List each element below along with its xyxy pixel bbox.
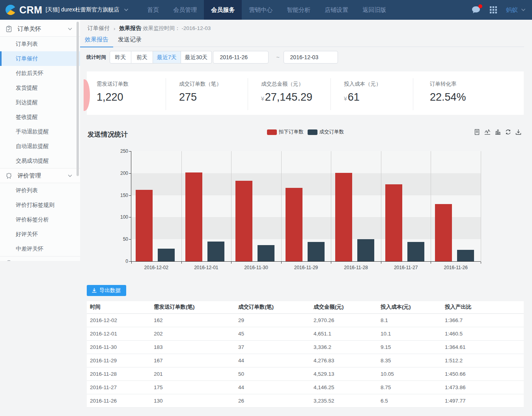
sidebar-item-2-2[interactable]: 评价打标签规则 — [0, 198, 80, 212]
breadcrumb-parent[interactable]: 订单催付 — [88, 25, 110, 32]
range-button-1[interactable]: 昨天 — [110, 51, 131, 64]
bar-chart-icon[interactable] — [495, 129, 501, 135]
table-row[interactable]: 2016-12-01202454,651.110.11:460.5 — [87, 327, 524, 340]
breadcrumb-current: 效果报告 — [119, 25, 141, 32]
currency-symbol: ¥ — [344, 96, 347, 102]
table-header-cell: 成交金额(元) — [310, 301, 377, 313]
bar-series1-2016-11-26[interactable] — [435, 204, 452, 261]
range-button-2[interactable]: 前天 — [131, 51, 153, 64]
sidebar-item-1-5[interactable]: 到达提醒 — [0, 95, 80, 110]
bar-series2-2016-11-29[interactable] — [308, 242, 325, 261]
restore-icon[interactable] — [505, 129, 511, 135]
x-axis-label: 2016-11-27 — [381, 265, 431, 270]
bar-series1-2016-11-27[interactable] — [385, 184, 402, 261]
bar-series1-2016-12-01[interactable] — [185, 172, 202, 261]
table-header-cell: 投入成本(元) — [377, 301, 442, 313]
nav-item-2[interactable]: 会员管理 — [166, 0, 204, 20]
sidebar-item-1-9[interactable]: 交易成功提醒 — [0, 154, 80, 168]
table-cell: 1:366.7 — [442, 313, 524, 327]
main-nav: 首页会员管理会员服务营销中心智能分析店铺设置返回旧版 — [140, 0, 393, 20]
grid-vline — [231, 151, 231, 261]
sidebar-item-2-4[interactable]: 好评关怀 — [0, 227, 80, 242]
bar-series2-2016-11-26[interactable] — [457, 250, 474, 261]
save-image-icon[interactable] — [515, 129, 521, 135]
nav-item-1[interactable]: 首页 — [140, 0, 166, 20]
table-cell: 2016-11-26 — [87, 394, 151, 407]
nav-item-5[interactable]: 智能分析 — [280, 0, 317, 20]
nav-item-3[interactable]: 会员服务 — [204, 0, 242, 20]
range-button-3[interactable]: 最近7天 — [153, 51, 181, 64]
sidebar-item-1-7[interactable]: 手动退款提醒 — [0, 124, 80, 139]
bar-series1-2016-11-28[interactable] — [335, 173, 352, 261]
sidebar-item-2-3[interactable]: 评价标签分析 — [0, 212, 80, 227]
sidebar-item-1-8[interactable]: 自动退款提醒 — [0, 139, 80, 154]
sidebar-item-1-2[interactable]: 订单催付 — [0, 51, 80, 66]
table-cell: 167 — [151, 354, 235, 367]
table-row[interactable]: 2016-11-30183373,336.29.151:364.61 — [87, 340, 524, 354]
tab-2[interactable]: 发送记录 — [113, 34, 146, 47]
table-cell: 2016-12-02 — [87, 313, 151, 327]
nav-item-4[interactable]: 营销中心 — [242, 0, 280, 20]
bar-series2-2016-12-01[interactable] — [207, 242, 224, 261]
data-view-icon[interactable] — [474, 129, 480, 135]
grid-band — [131, 239, 481, 261]
messages-button[interactable] — [472, 6, 480, 14]
grid-vline — [331, 151, 331, 261]
nav-item-6[interactable]: 店铺设置 — [317, 0, 355, 20]
y-axis-label: 150 — [112, 193, 128, 198]
bar-series2-2016-11-28[interactable] — [357, 239, 374, 261]
table-cell: 2016-11-27 — [87, 380, 151, 394]
legend-item-2[interactable]: 成交订单数 — [308, 129, 344, 135]
sidebar-item-1-1[interactable]: 订单列表 — [0, 37, 80, 51]
sidebar-group-stub — [0, 256, 80, 261]
start-date-input[interactable]: 2016-11-26 — [213, 51, 269, 64]
sidebar-item-1-6[interactable]: 签收提醒 — [0, 110, 80, 124]
user-menu[interactable]: 蚂蚁 — [506, 6, 526, 14]
table-row[interactable]: 2016-11-27175444,146.258.751:473.86 — [87, 380, 524, 394]
table-row[interactable]: 2016-11-29167444,276.838.351:512.2 — [87, 354, 524, 367]
export-data-button[interactable]: 导出数据 — [87, 285, 126, 296]
sidebar-item-1-4[interactable]: 发货提醒 — [0, 81, 80, 95]
x-axis-label: 2016-11-30 — [231, 265, 281, 270]
y-axis — [131, 151, 131, 262]
grid-band — [131, 195, 481, 217]
bar-series1-2016-11-30[interactable] — [235, 181, 252, 261]
y-axis-tick — [129, 151, 131, 152]
table-cell: 183 — [151, 340, 235, 354]
table-row[interactable]: 2016-12-02162292,970.268.11:366.7 — [87, 313, 524, 327]
sidebar-menu: 订单关怀订单列表订单催付付款后关怀发货提醒到达提醒签收提醒手动退款提醒自动退款提… — [0, 20, 80, 261]
bar-series1-2016-12-02[interactable] — [136, 190, 153, 261]
date-range-group: 昨天前天最近7天最近30天 — [110, 51, 212, 64]
bar-series2-2016-11-30[interactable] — [258, 245, 274, 261]
sidebar-group-title-2[interactable]: 评价管理 — [0, 168, 80, 183]
sidebar-item-2-5[interactable]: 中差评关怀 — [0, 242, 80, 256]
store-selector[interactable]: [天猫] durex杜蕾斯官方旗舰店 — [45, 6, 129, 13]
apps-grid-button[interactable] — [490, 6, 497, 13]
sidebar-group-title-1[interactable]: 订单关怀 — [0, 22, 80, 37]
bar-series1-2016-11-29[interactable] — [286, 188, 302, 261]
grid-vline — [181, 151, 182, 261]
table-header-cell: 时间 — [87, 301, 151, 313]
sidebar-item-2-1[interactable]: 评价列表 — [0, 183, 80, 198]
table-cell: 29 — [235, 313, 310, 327]
range-button-4[interactable]: 最近30天 — [181, 51, 212, 64]
nav-item-7[interactable]: 返回旧版 — [355, 0, 393, 20]
table-cell: 2016-11-28 — [87, 367, 151, 380]
table-row[interactable]: 2016-11-26130263,235.526.51:497.77 — [87, 394, 524, 407]
legend-item-1[interactable]: 拍下订单数 — [267, 129, 304, 135]
bar-series2-2016-12-02[interactable] — [158, 249, 175, 261]
bar-series2-2016-11-27[interactable] — [407, 242, 424, 261]
grid-icon — [490, 6, 497, 13]
table-cell: 201 — [151, 367, 235, 380]
line-chart-icon[interactable] — [484, 129, 491, 135]
crm-logo[interactable]: CRM — [5, 4, 42, 16]
x-axis-tick — [331, 262, 331, 264]
tab-1[interactable]: 效果报告 — [80, 34, 113, 47]
main-content: 订单催付 › 效果报告 效果监控时间： -2016-12-03 效果报告发送记录… — [79, 20, 532, 416]
filter-row: 统计时间 昨天前天最近7天最近30天 2016-11-26 ~ 2016-12-… — [86, 51, 338, 64]
end-date-input[interactable]: 2016-12-03 — [284, 51, 338, 64]
x-axis-tick — [131, 262, 132, 264]
sidebar-item-1-3[interactable]: 付款后关怀 — [0, 66, 80, 81]
table-header-cell: 成交订单数(笔) — [235, 301, 310, 313]
table-row[interactable]: 2016-11-28201504,529.1310.051:450.66 — [87, 367, 524, 380]
